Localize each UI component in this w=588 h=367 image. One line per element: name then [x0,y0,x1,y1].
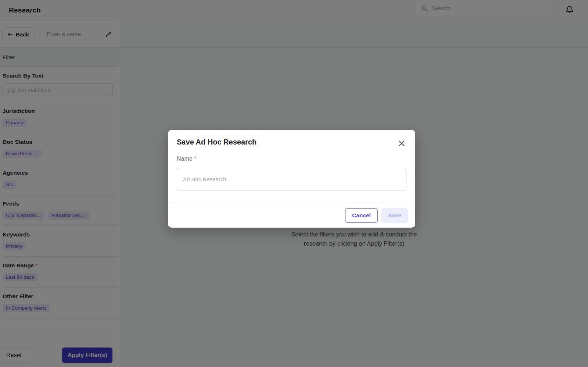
save-button[interactable]: Save [381,208,408,223]
required-asterisk: * [194,156,196,162]
name-label-text: Name [177,156,193,162]
close-icon [398,139,406,147]
modal-title: Save Ad Hoc Research [177,138,257,146]
modal-close-button[interactable] [397,139,406,148]
save-research-modal: Save Ad Hoc Research Name* Cancel Save [168,130,415,228]
modal-footer: Cancel Save [168,203,415,228]
modal-header: Save Ad Hoc Research [177,138,406,148]
cancel-button[interactable]: Cancel [345,208,378,223]
app-root: Research Back Enter a [0,0,588,367]
name-field[interactable] [177,168,406,191]
name-field-label: Name* [177,156,406,162]
